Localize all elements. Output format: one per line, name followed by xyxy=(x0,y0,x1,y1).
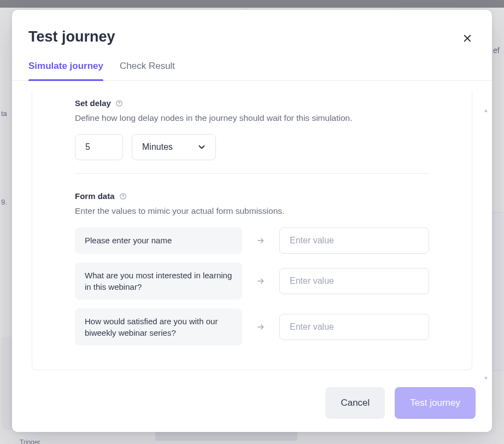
tab-simulate-journey[interactable]: Simulate journey xyxy=(28,55,103,80)
tabs: Simulate journey Check Result xyxy=(12,55,492,81)
scroll-down-icon[interactable]: ▼ xyxy=(483,375,490,381)
form-row: Please enter your name xyxy=(75,227,429,254)
delay-section: Set delay Define how long delay nodes in… xyxy=(32,91,472,160)
section-header: Set delay xyxy=(75,98,429,108)
modal-body: Set delay Define how long delay nodes in… xyxy=(12,81,492,377)
delay-unit-select[interactable]: Minutes xyxy=(132,134,216,160)
form-value-input-2[interactable] xyxy=(279,314,429,340)
form-value-input-1[interactable] xyxy=(279,268,429,294)
form-row: What are you most interested in learning… xyxy=(75,262,429,300)
delay-value-input[interactable] xyxy=(75,134,123,160)
scroll-up-icon[interactable]: ▲ xyxy=(483,107,490,113)
tab-check-result[interactable]: Check Result xyxy=(120,55,175,80)
chevron-down-icon xyxy=(197,142,207,152)
form-row: How would satisfied are you with our biw… xyxy=(75,308,429,346)
cancel-button[interactable]: Cancel xyxy=(325,387,385,419)
form-data-section: Form data Enter the values to mimic your… xyxy=(32,184,472,345)
arrow-right-icon xyxy=(253,236,268,245)
modal-title: Test journey xyxy=(28,28,476,45)
form-data-title: Form data xyxy=(75,191,115,201)
delay-controls: Minutes xyxy=(75,134,429,160)
delay-unit-label: Minutes xyxy=(142,142,173,152)
help-icon[interactable] xyxy=(119,192,127,200)
section-header: Form data xyxy=(75,191,429,201)
form-question-label: Please enter your name xyxy=(75,227,242,254)
close-button[interactable] xyxy=(459,31,476,47)
set-delay-description: Define how long delay nodes in the journ… xyxy=(75,112,429,124)
form-panel: Set delay Define how long delay nodes in… xyxy=(32,91,472,370)
modal-header: Test journey xyxy=(12,10,492,55)
form-question-label: What are you most interested in learning… xyxy=(75,262,242,300)
arrow-right-icon xyxy=(253,323,268,331)
divider xyxy=(75,173,429,174)
form-data-description: Enter the values to mimic your actual fo… xyxy=(75,205,429,217)
arrow-right-icon xyxy=(253,277,268,285)
modal-overlay[interactable]: Test journey Simulate journey Check Resu… xyxy=(0,0,504,444)
svg-point-3 xyxy=(119,104,120,105)
set-delay-title: Set delay xyxy=(75,98,111,108)
form-question-label: How would satisfied are you with our biw… xyxy=(75,308,242,346)
svg-point-5 xyxy=(122,197,123,198)
test-journey-button[interactable]: Test journey xyxy=(395,387,476,419)
help-icon[interactable] xyxy=(115,99,124,107)
form-value-input-0[interactable] xyxy=(279,227,429,254)
modal-footer: Cancel Test journey xyxy=(12,377,492,432)
close-icon xyxy=(462,33,472,45)
test-journey-modal: Test journey Simulate journey Check Resu… xyxy=(12,10,492,432)
